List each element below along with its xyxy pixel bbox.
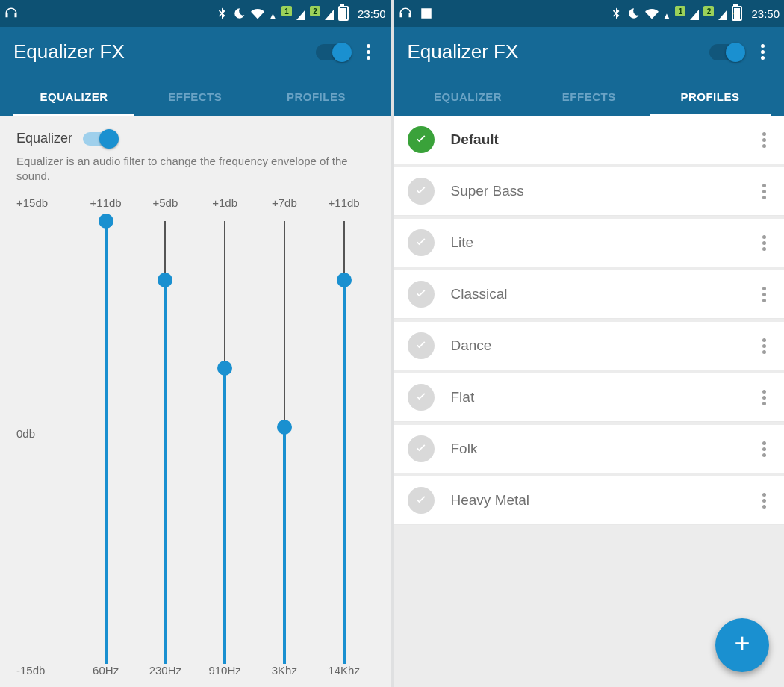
slider-thumb[interactable] <box>337 273 352 287</box>
tabs: EQUALIZER EFFECTS PROFILES <box>408 81 771 116</box>
profile-options-button[interactable] <box>762 441 771 457</box>
profile-item[interactable]: Heavy Metal <box>394 476 785 525</box>
tab-effects[interactable]: EFFECTS <box>134 81 255 116</box>
profile-name: Default <box>451 131 763 148</box>
profile-name: Dance <box>451 338 763 354</box>
eq-band-slider[interactable] <box>314 212 374 656</box>
sim-2-icon: 2 <box>310 6 320 16</box>
phone-profiles-screen: ▲ 1 2 ⚡ 23:50 Equalizer FX EQUALIZER EFF… <box>394 0 785 687</box>
overflow-menu-button[interactable] <box>361 42 377 63</box>
db-gain-label: +7db <box>255 196 314 209</box>
profile-item[interactable]: Classical <box>394 270 785 319</box>
eq-band-slider[interactable] <box>255 212 314 656</box>
db-gain-label: +11db <box>314 196 374 209</box>
battery-charging-icon: ⚡ <box>338 6 349 21</box>
profile-name: Folk <box>451 441 763 457</box>
check-icon <box>408 487 435 514</box>
status-bar: ▲ 1 2 ⚡ 23:50 <box>394 0 785 27</box>
sim-1-icon: 1 <box>675 6 685 16</box>
bluetooth-icon <box>215 7 228 20</box>
tabs: EQUALIZER EFFECTS PROFILES <box>13 81 377 116</box>
signal-1-icon <box>690 10 699 20</box>
overflow-menu-button[interactable] <box>754 42 771 63</box>
profile-name: Classical <box>451 286 763 302</box>
master-toggle[interactable] <box>316 44 350 60</box>
signal-1-icon <box>296 10 305 20</box>
profile-name: Heavy Metal <box>451 492 763 509</box>
band-freq-label: 14Khz <box>314 664 374 677</box>
band-freq-label: 910Hz <box>195 664 255 677</box>
app-bar: Equalizer FX EQUALIZER EFFECTS PROFILES <box>394 27 785 116</box>
moon-icon <box>233 7 246 20</box>
db-gain-label: +11db <box>76 196 136 209</box>
slider-thumb[interactable] <box>99 214 113 229</box>
check-icon <box>408 126 435 153</box>
eq-band-slider[interactable] <box>76 212 136 656</box>
plus-icon: + <box>734 630 750 657</box>
db-min-label: -15db <box>16 664 76 677</box>
profile-options-button[interactable] <box>762 390 771 405</box>
check-icon <box>408 281 435 308</box>
profile-options-button[interactable] <box>762 235 771 251</box>
equalizer-panel: Equalizer Equalizer is an audio filter t… <box>0 116 391 687</box>
app-bar: Equalizer FX EQUALIZER EFFECTS PROFILES <box>0 27 391 116</box>
eq-band-slider[interactable] <box>195 212 255 656</box>
wifi-icon <box>645 7 659 20</box>
tab-equalizer[interactable]: EQUALIZER <box>13 81 134 116</box>
phone-equalizer-screen: ▲ 1 2 ⚡ 23:50 Equalizer FX EQUALIZER EFF… <box>0 0 391 687</box>
eq-band-slider[interactable] <box>136 212 196 656</box>
tab-profiles[interactable]: PROFILES <box>650 81 771 116</box>
tab-profiles[interactable]: PROFILES <box>255 81 376 116</box>
profile-item[interactable]: Super Bass <box>394 167 785 216</box>
profile-options-button[interactable] <box>762 338 771 354</box>
equalizer-label: Equalizer <box>16 131 72 146</box>
status-clock: 23:50 <box>751 7 780 20</box>
profile-options-button[interactable] <box>762 184 771 199</box>
battery-charging-icon: ⚡ <box>732 6 742 21</box>
db-gain-label: +5db <box>136 196 196 209</box>
moon-icon <box>627 7 641 20</box>
band-freq-label: 60Hz <box>76 664 136 677</box>
db-gain-label: +15db <box>16 196 76 209</box>
slider-thumb[interactable] <box>277 420 292 435</box>
profile-name: Lite <box>451 234 763 251</box>
check-icon <box>408 435 435 462</box>
tab-equalizer[interactable]: EQUALIZER <box>408 81 529 116</box>
band-freq-label: 230Hz <box>136 664 196 677</box>
check-icon <box>408 178 435 205</box>
status-bar: ▲ 1 2 ⚡ 23:50 <box>0 0 391 27</box>
add-profile-button[interactable]: + <box>715 618 769 672</box>
app-title: Equalizer FX <box>408 40 710 63</box>
profile-item[interactable]: Flat <box>394 373 785 422</box>
profiles-list: DefaultSuper BassLiteClassicalDanceFlatF… <box>394 116 785 687</box>
sim-1-icon: 1 <box>281 6 292 16</box>
check-icon <box>408 229 435 256</box>
master-toggle[interactable] <box>709 44 744 60</box>
signal-2-icon <box>325 10 334 20</box>
wifi-icon <box>251 7 264 20</box>
check-icon <box>408 384 435 411</box>
equalizer-toggle[interactable] <box>83 132 116 146</box>
app-title: Equalizer FX <box>13 40 316 63</box>
profile-options-button[interactable] <box>762 132 771 148</box>
profile-options-button[interactable] <box>762 493 771 509</box>
slider-thumb[interactable] <box>158 273 172 287</box>
db-gain-label: +1db <box>195 196 255 209</box>
sim-2-icon: 2 <box>703 6 714 16</box>
profile-item[interactable]: Lite <box>394 219 785 267</box>
slider-thumb[interactable] <box>217 361 232 376</box>
profile-item[interactable]: Folk <box>394 425 785 473</box>
band-freq-label: 3Khz <box>255 664 314 677</box>
tab-effects[interactable]: EFFECTS <box>529 81 650 116</box>
check-icon <box>408 332 435 359</box>
zero-db-label: 0db <box>16 427 35 440</box>
bluetooth-icon <box>609 7 623 20</box>
equalizer-description: Equalizer is an audio filter to change t… <box>16 154 374 184</box>
profile-item[interactable]: Default <box>394 116 785 164</box>
profile-name: Flat <box>451 389 763 405</box>
profile-item[interactable]: Dance <box>394 322 785 370</box>
headphones-icon <box>399 7 412 20</box>
signal-2-icon <box>718 10 727 20</box>
image-icon <box>420 7 433 20</box>
profile-options-button[interactable] <box>762 287 771 302</box>
